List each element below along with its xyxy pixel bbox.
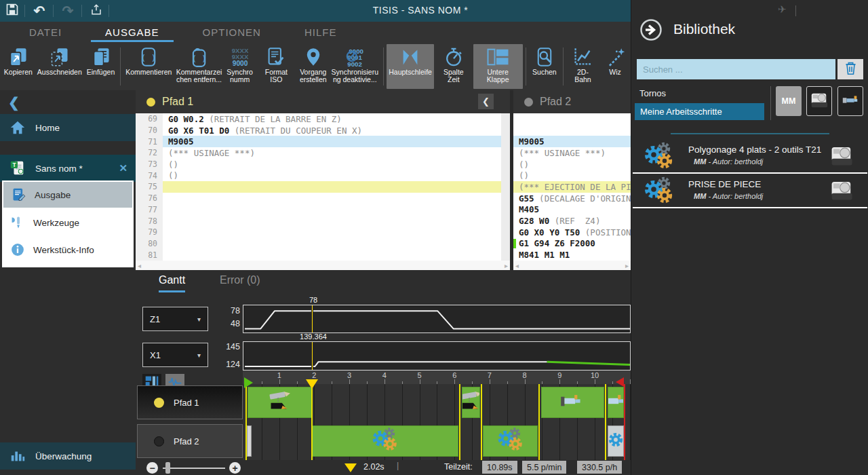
code-line[interactable]: 75 [136,181,510,193]
vertical-scrollbar[interactable] [501,113,510,261]
code-line[interactable]: 69G0 W0.2 (RETRAIT DE LA BARRE EN Z) [136,113,510,125]
scroll-left-icon[interactable]: ◂ [138,262,141,269]
code-line[interactable]: 74() [136,170,510,181]
cursor-marker-icon[interactable] [344,463,357,472]
zoom-in-button[interactable]: + [229,462,241,474]
timeline-ruler[interactable]: 12345678910 [243,370,631,384]
close-document-icon[interactable]: ✕ [119,162,127,174]
export-button[interactable] [87,2,106,20]
code-line[interactable]: M9005 [513,136,631,147]
zoom-slider-track[interactable] [163,468,225,469]
scroll-right-icon[interactable]: ▸ [625,262,629,269]
code-line[interactable]: M841 M1 M1 [513,249,631,261]
code-line[interactable]: 77 [136,204,510,216]
code-line[interactable]: 72(*** USINAGE ***) [136,147,510,159]
toolbar-button-copy[interactable]: Kopieren [1,44,35,89]
sidebar-item-monitoring[interactable]: Überwachung [0,442,136,470]
code-line[interactable]: 76 [136,193,510,204]
toolbar-button-syncnum[interactable]: 9XXX9XXX9000Synchro numm [224,44,255,89]
code-area-pfad2[interactable]: M9005(*** USINAGE ***)()()(*** EJECTION … [513,113,631,261]
chart-z1[interactable] [243,305,631,333]
chart-x1[interactable] [243,341,631,370]
gantt-block[interactable] [483,425,538,457]
horizontal-scrollbar[interactable]: ◂ ▸ [513,261,631,270]
search-input[interactable] [637,59,835,79]
code-line[interactable]: G1 G94 Z6 F2000 [513,238,631,250]
code-line[interactable]: G0 X0 Y0 T50 (POSITION [513,227,631,238]
code-line[interactable]: () [513,159,631,170]
toolbar-button-mainloop[interactable]: Hauptschleife [387,44,434,89]
ribbon-tab-datei[interactable]: DATEI [15,22,76,42]
axis-select-z[interactable]: Z1 ▾ [142,307,208,331]
code-area-pfad1[interactable]: 69G0 W0.2 (RETRAIT DE LA BARRE EN Z)70G0… [136,113,510,261]
toolbar-button-comment[interactable]: ( )Kommentieren [123,44,174,89]
library-catalog-tornos[interactable]: Tornos [639,88,666,98]
ribbon-tab-hilfe[interactable]: HILFE [290,22,351,42]
gantt-block[interactable] [608,387,624,418]
machine-filter-button[interactable] [806,86,832,116]
code-line[interactable]: 70G0 X6 T01 D0 (RETRAIT DU COUPEUR EN X) [136,125,510,136]
airplane-icon[interactable]: ✈ [778,3,787,16]
axis-select-x[interactable]: X1 ▾ [142,343,208,367]
sidebar-item-werkzeuge[interactable]: Werkzeuge [2,209,134,236]
code-line[interactable]: G28 W0 (REF Z4) [513,215,631,227]
toolbar-button-formatiso[interactable]: Format ISO [256,44,297,89]
gantt-block[interactable] [462,387,480,418]
code-line[interactable]: 73() [136,159,510,170]
code-line[interactable]: (*** USINAGE ***) [513,147,631,159]
code-line[interactable] [513,113,631,125]
toolbar-button-layout[interactable]: Untere Klappe [473,44,523,89]
zoom-slider-handle[interactable] [165,462,170,474]
gantt-block[interactable] [541,387,604,418]
clear-search-button[interactable] [837,59,863,79]
back-button[interactable]: ❮ [8,94,20,111]
tab-error[interactable]: Error (0) [220,274,260,290]
scroll-right-icon[interactable]: ▸ [505,262,508,269]
collapse-panel-button[interactable]: ❮ [478,94,494,109]
code-line[interactable]: 79 [136,227,510,238]
code-line[interactable]: 71M9005 [136,136,510,147]
toolbar-button-cut[interactable]: Ausschneiden [35,44,84,89]
code-line[interactable]: 78 [136,215,510,227]
gantt-block[interactable] [608,425,624,457]
toolbar-button-paste[interactable]: Einfügen [84,44,117,89]
toolbar-button-uncomment[interactable]: ( )Kommentarzei chen entfern... [174,44,224,89]
gantt-row-label-1[interactable]: Pfad 1 [137,385,243,419]
toolbar-button-path2d[interactable]: 2D-Bahn [566,44,599,89]
undo-button[interactable]: ↶ [30,2,49,20]
toolbar-button-searchdoc[interactable]: Suchen [529,44,560,89]
code-line[interactable]: M405 [513,204,631,216]
chart-cursor[interactable] [311,342,313,370]
code-line[interactable]: (*** EJECTION DE LA PI [513,181,631,193]
sidebar-item-document[interactable]: T Sans nom * ✕ [0,155,136,182]
toolbar-button-pin[interactable]: Vorgang erstellen [297,44,329,89]
redo-button[interactable]: ↷ [58,2,77,20]
toolbar-button-syncoff[interactable]: 900090019002Synchronisieru ng deaktivie.… [329,44,380,89]
time-cursor-marker-icon[interactable] [306,379,318,389]
ribbon-tab-ausgabe[interactable]: AUSGABE [91,22,174,42]
zoom-out-button[interactable]: − [146,462,158,474]
collapse-library-button[interactable] [639,18,663,41]
code-line[interactable] [513,125,631,136]
sidebar-item-home[interactable]: Home [0,114,136,141]
gantt-block[interactable] [247,425,252,457]
start-marker-icon[interactable] [244,377,253,388]
toolbar-button-stopwatch[interactable]: Spalte Zeit [434,44,473,89]
gantt-row-label-2[interactable]: Pfad 2 [137,424,243,458]
tool-filter-button[interactable] [837,86,863,116]
gantt-block[interactable] [248,387,312,418]
sidebar-item-info[interactable]: Werkstück-Info [2,236,134,263]
sidebar-item-ausgabe[interactable]: Ausgabe [3,182,132,208]
horizontal-scrollbar[interactable]: ◂ ▸ [136,261,510,270]
code-line[interactable]: 81 [136,249,510,261]
code-line[interactable]: 80 [136,238,510,250]
library-catalog-my-steps[interactable]: Meine Arbeitsschritte [635,103,764,120]
chart-cursor[interactable] [311,305,313,332]
save-button[interactable] [3,2,22,20]
code-line[interactable]: () [513,170,631,181]
unit-filter-button[interactable]: MM [776,86,802,116]
end-marker-icon[interactable] [616,377,624,387]
gantt-block[interactable] [312,425,458,457]
scroll-left-icon[interactable]: ◂ [515,262,519,269]
tab-gantt[interactable]: Gantt [159,274,185,292]
